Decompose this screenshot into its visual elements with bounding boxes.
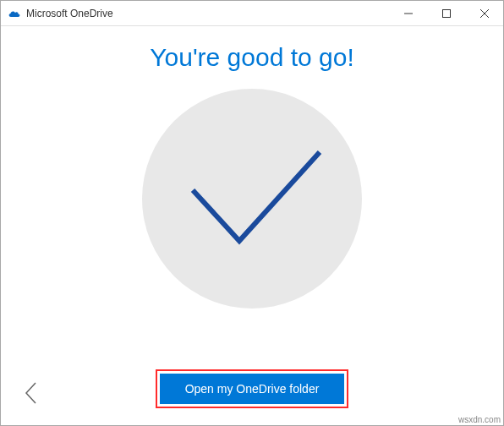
content-area: You're good to go! Open my OneDrive fold… [1,26,503,425]
watermark: wsxdn.com [458,415,501,424]
checkmark-icon [176,139,328,258]
window-title: Microsoft OneDrive [26,8,389,19]
highlight-box: Open my OneDrive folder [156,369,349,408]
svg-rect-1 [442,9,450,17]
app-window: Microsoft OneDrive You're good to go! [0,0,504,426]
minimize-button[interactable] [389,1,427,25]
close-button[interactable] [465,1,503,25]
window-controls [389,1,503,25]
footer: Open my OneDrive folder [1,369,503,408]
page-title: You're good to go! [150,43,354,72]
open-folder-button[interactable]: Open my OneDrive folder [160,374,345,404]
onedrive-cloud-icon [8,7,21,20]
maximize-button[interactable] [427,1,465,25]
success-circle [142,89,362,309]
title-bar: Microsoft OneDrive [1,1,503,26]
